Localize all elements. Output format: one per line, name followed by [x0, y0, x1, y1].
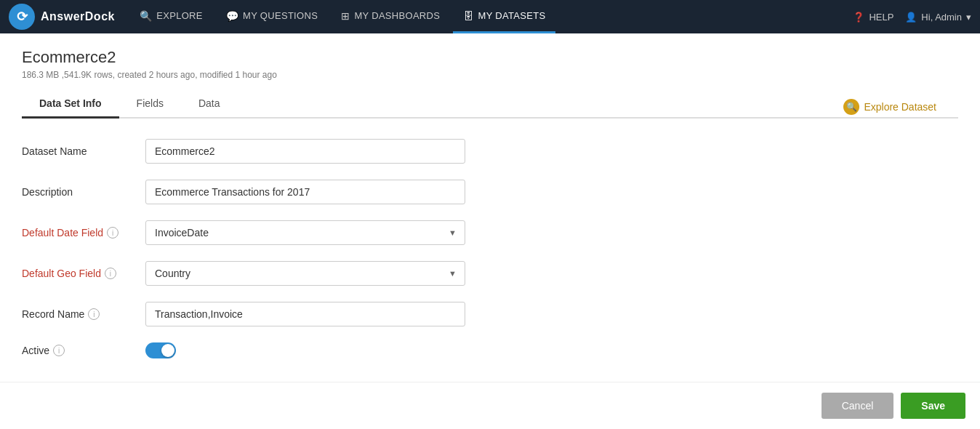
- dataset-name-row: Dataset Name: [22, 139, 567, 164]
- logo[interactable]: ⟳ AnswerDock: [9, 4, 115, 30]
- dataset-info-form: Dataset Name Description Default Date Fi…: [22, 139, 567, 358]
- nav-label-my-datasets: MY DATASETS: [478, 10, 546, 21]
- footer-actions: Cancel Save: [0, 382, 980, 429]
- page-title: Ecommerce2: [22, 48, 958, 67]
- datasets-nav-icon: 🗄: [463, 10, 473, 22]
- explore-dataset-label: Explore Dataset: [864, 101, 936, 113]
- help-label: HELP: [869, 12, 893, 23]
- user-icon: 👤: [905, 12, 917, 23]
- chevron-down-icon: ▾: [966, 12, 971, 23]
- record-name-row: Record Name i: [22, 302, 567, 326]
- description-row: Description: [22, 180, 567, 204]
- nav-item-explore[interactable]: 🔍 EXPLORE: [129, 0, 213, 33]
- active-label: Active i: [22, 345, 145, 356]
- nav-item-my-dashboards[interactable]: ⊞ MY DASHBOARDS: [331, 0, 450, 33]
- nav-label-explore: EXPLORE: [156, 10, 203, 21]
- active-toggle[interactable]: [145, 342, 176, 358]
- nav-label-my-dashboards: MY DASHBOARDS: [354, 10, 440, 21]
- nav-items: 🔍 EXPLORE 💬 MY QUESTIONS ⊞ MY DASHBOARDS…: [129, 0, 853, 33]
- record-name-input[interactable]: [145, 302, 465, 326]
- default-geo-label: Default Geo Field i: [22, 268, 145, 279]
- default-date-label: Default Date Field i: [22, 227, 145, 238]
- record-name-info-icon[interactable]: i: [88, 308, 100, 320]
- record-name-label: Record Name i: [22, 308, 145, 320]
- default-geo-row: Default Geo Field i Country ▼: [22, 261, 567, 286]
- default-date-info-icon[interactable]: i: [107, 227, 119, 238]
- help-button[interactable]: ❓ HELP: [853, 12, 893, 23]
- save-button[interactable]: Save: [901, 393, 965, 419]
- logo-text: AnswerDock: [41, 10, 115, 23]
- tab-dataset-info[interactable]: Data Set Info: [22, 90, 119, 119]
- toggle-slider: [145, 342, 176, 358]
- cancel-button[interactable]: Cancel: [822, 393, 894, 419]
- nav-item-my-questions[interactable]: 💬 MY QUESTIONS: [216, 0, 328, 33]
- explore-dataset-button[interactable]: 🔍 Explore Dataset: [843, 99, 936, 115]
- active-row: Active i: [22, 342, 567, 358]
- questions-nav-icon: 💬: [226, 10, 238, 22]
- tabs: Data Set Info Fields Data: [22, 90, 958, 119]
- dataset-name-input[interactable]: [145, 139, 465, 164]
- active-info-icon[interactable]: i: [53, 345, 65, 356]
- default-geo-select[interactable]: Country: [145, 261, 465, 286]
- description-label: Description: [22, 186, 145, 198]
- default-geo-select-wrap: Country ▼: [145, 261, 465, 286]
- explore-dataset-icon: 🔍: [843, 99, 859, 115]
- default-date-select[interactable]: InvoiceDate: [145, 220, 465, 245]
- user-label: Hi, Admin: [921, 12, 962, 23]
- logo-icon: ⟳: [9, 4, 35, 30]
- navbar-right: ❓ HELP 👤 Hi, Admin ▾: [853, 12, 971, 23]
- explore-nav-icon: 🔍: [140, 10, 152, 22]
- active-toggle-wrap: [145, 342, 176, 358]
- default-date-select-wrap: InvoiceDate ▼: [145, 220, 465, 245]
- default-date-row: Default Date Field i InvoiceDate ▼: [22, 220, 567, 245]
- nav-item-my-datasets[interactable]: 🗄 MY DATASETS: [453, 0, 555, 33]
- tab-fields[interactable]: Fields: [119, 90, 181, 119]
- description-input[interactable]: [145, 180, 465, 204]
- dataset-name-label: Dataset Name: [22, 145, 145, 157]
- default-geo-info-icon[interactable]: i: [105, 268, 116, 279]
- nav-label-my-questions: MY QUESTIONS: [243, 10, 318, 21]
- page-content: Ecommerce2 186.3 MB ,541.9K rows, create…: [0, 33, 980, 389]
- help-circle-icon: ❓: [853, 12, 864, 23]
- dashboards-nav-icon: ⊞: [341, 10, 350, 22]
- user-menu[interactable]: 👤 Hi, Admin ▾: [905, 12, 971, 23]
- page-meta: 186.3 MB ,541.9K rows, created 2 hours a…: [22, 70, 958, 80]
- navbar: ⟳ AnswerDock 🔍 EXPLORE 💬 MY QUESTIONS ⊞ …: [0, 0, 980, 33]
- tab-data[interactable]: Data: [181, 90, 238, 119]
